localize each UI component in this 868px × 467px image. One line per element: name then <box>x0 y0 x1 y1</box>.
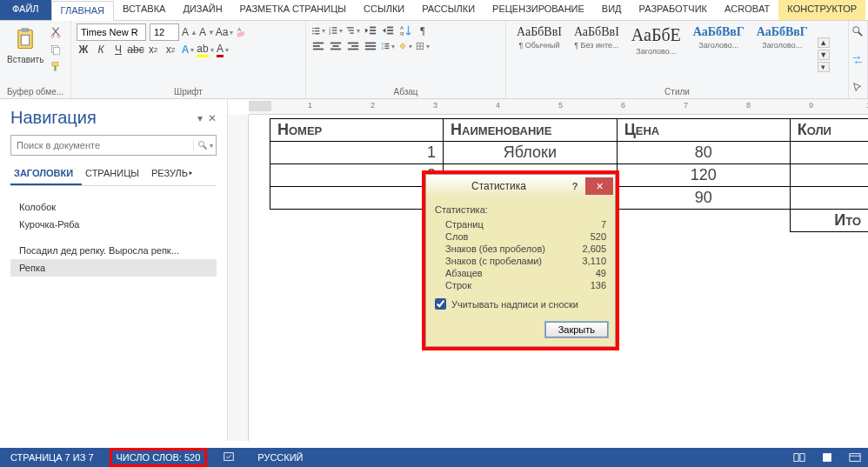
text-effects-button[interactable]: A▾ <box>181 43 195 57</box>
style-scroll-down[interactable]: ▼ <box>818 50 830 60</box>
underline-button[interactable]: Ч <box>111 43 125 57</box>
view-read-icon[interactable] <box>791 450 807 464</box>
font-name-input[interactable] <box>77 23 146 41</box>
bullets-icon[interactable]: ▾ <box>311 23 325 37</box>
nav-menu-icon[interactable]: ▾ <box>197 112 203 124</box>
dialog-help-icon[interactable]: ? <box>564 181 585 191</box>
table-cell[interactable]: Ито <box>790 210 868 232</box>
status-language[interactable]: РУССКИЙ <box>252 450 308 465</box>
show-marks-icon[interactable]: ¶ <box>416 23 430 37</box>
decrease-indent-icon[interactable] <box>364 23 377 37</box>
dialog-checkbox[interactable]: Учитывать надписи и сноски <box>435 298 606 310</box>
nav-item[interactable]: Репка <box>10 259 217 277</box>
shading-icon[interactable]: ▾ <box>398 39 412 53</box>
table-cell[interactable]: 80 <box>617 142 790 164</box>
style-normal[interactable]: АаБбВвI ¶ Обычный <box>511 23 567 85</box>
tab-view[interactable]: ВИД <box>593 0 631 20</box>
nav-item[interactable]: Курочка-Ряба <box>10 216 217 233</box>
table-cell[interactable] <box>790 142 868 164</box>
nav-item[interactable]: Посадил дед репку. Выросла репк... <box>10 242 217 259</box>
tab-developer[interactable]: РАЗРАБОТЧИК <box>631 0 716 20</box>
style-scroll-more[interactable]: ▾ <box>818 62 830 72</box>
checkbox-label: Учитывать надписи и сноски <box>451 299 578 310</box>
clear-format-icon[interactable]: A <box>235 25 249 39</box>
multilevel-icon[interactable]: ▾ <box>346 23 360 37</box>
nav-tab-headings[interactable]: ЗАГОЛОВКИ <box>10 163 82 185</box>
subscript-button[interactable]: x2 <box>146 43 160 57</box>
tab-mailings[interactable]: РАССЫЛКИ <box>413 0 484 20</box>
highlight-button[interactable]: ab▾ <box>198 43 212 57</box>
dialog-close-button[interactable]: Закрыть <box>545 322 608 337</box>
increase-indent-icon[interactable] <box>381 23 395 37</box>
table-cell[interactable]: 90 <box>617 187 790 210</box>
style-heading2[interactable]: АаБбВвГ Заголово... <box>688 23 750 85</box>
tab-acrobat[interactable]: ACROBAT <box>716 0 778 20</box>
table-cell[interactable]: Яблоки <box>444 142 618 164</box>
style-heading1[interactable]: АаБбЕ Заголово... <box>626 23 686 85</box>
align-left-icon[interactable] <box>311 39 325 53</box>
tab-layout[interactable]: РАЗМЕТКА СТРАНИЦЫ <box>231 0 355 20</box>
status-page[interactable]: СТРАНИЦА 7 ИЗ 7 <box>5 450 99 465</box>
table-cell[interactable] <box>790 164 868 187</box>
table-cell[interactable]: 2 <box>270 164 444 187</box>
table-cell[interactable] <box>790 187 868 210</box>
ribbon-group-clipboard: Вставить Буфер обме... <box>0 21 71 98</box>
tab-home[interactable]: ГЛАВНАЯ <box>51 1 114 21</box>
status-proofing-icon[interactable] <box>217 448 240 467</box>
shrink-font-icon[interactable]: A▼ <box>200 25 214 39</box>
find-icon[interactable] <box>851 24 865 38</box>
view-print-icon[interactable] <box>819 450 835 464</box>
style-heading3[interactable]: АаБбВвГ Заголово... <box>751 23 813 85</box>
search-input[interactable] <box>11 140 193 150</box>
table-cell[interactable]: 3 <box>270 187 444 210</box>
tab-references[interactable]: ССЫЛКИ <box>355 0 413 20</box>
tab-file[interactable]: ФАЙЛ <box>0 0 51 20</box>
style-scroll-up[interactable]: ▲ <box>818 37 830 48</box>
nav-tab-results[interactable]: РЕЗУЛЬ‣ <box>148 163 202 185</box>
superscript-button[interactable]: x2 <box>164 43 177 57</box>
horizontal-ruler[interactable]: 1 2 3 4 5 6 7 8 9 10 11 <box>249 99 868 115</box>
svg-point-52 <box>853 27 859 33</box>
align-right-icon[interactable] <box>346 39 360 53</box>
vertical-ruler[interactable] <box>228 115 249 441</box>
dialog-close-icon[interactable]: ✕ <box>585 177 613 195</box>
table-cell[interactable]: 1 <box>270 142 444 164</box>
tab-design[interactable]: ДИЗАЙН <box>174 0 230 20</box>
nav-item[interactable]: Колобок <box>10 198 217 216</box>
change-case-icon[interactable]: Aa▾ <box>217 25 231 39</box>
table-cell[interactable]: 120 <box>617 164 790 187</box>
format-painter-icon[interactable] <box>49 60 63 74</box>
line-spacing-icon[interactable]: ▾ <box>381 39 395 53</box>
sort-icon[interactable]: AЯ <box>398 23 412 37</box>
search-icon[interactable]: ▾ <box>193 140 216 150</box>
justify-icon[interactable] <box>364 39 377 53</box>
include-textboxes-checkbox[interactable] <box>435 298 446 310</box>
replace-icon[interactable] <box>851 53 865 67</box>
cut-icon[interactable] <box>49 25 63 39</box>
nav-tab-pages[interactable]: СТРАНИЦЫ <box>82 163 148 185</box>
numbering-icon[interactable]: 123▾ <box>329 23 343 37</box>
strikethrough-button[interactable]: abc <box>129 43 143 57</box>
tab-review[interactable]: РЕЦЕНЗИРОВАНИЕ <box>484 0 593 20</box>
status-word-count[interactable]: ЧИСЛО СЛОВ: 520 <box>111 450 206 465</box>
italic-button[interactable]: К <box>94 43 108 57</box>
align-center-icon[interactable] <box>329 39 343 53</box>
svg-rect-28 <box>370 33 376 35</box>
tab-insert[interactable]: ВСТАВКА <box>114 0 174 20</box>
grow-font-icon[interactable]: A▲ <box>183 25 197 39</box>
font-size-input[interactable] <box>150 23 179 41</box>
style-sample: АаБбВвГ <box>693 25 744 39</box>
copy-icon[interactable] <box>49 43 63 57</box>
tab-table-design[interactable]: КОНСТРУКТОР <box>778 0 865 20</box>
svg-rect-22 <box>332 33 337 34</box>
view-web-icon[interactable] <box>847 450 863 464</box>
style-nospacing[interactable]: АаБбВвI ¶ Без инте... <box>569 23 624 85</box>
nav-close-icon[interactable]: ✕ <box>208 112 217 124</box>
paste-button[interactable]: Вставить <box>5 23 45 66</box>
font-color-button[interactable]: A▾ <box>216 43 230 57</box>
bold-button[interactable]: Ж <box>77 43 90 57</box>
svg-rect-59 <box>824 454 831 462</box>
dialog-titlebar[interactable]: Статистика ? ✕ <box>426 175 615 197</box>
select-icon[interactable] <box>851 81 865 95</box>
borders-icon[interactable]: ▾ <box>416 39 430 53</box>
